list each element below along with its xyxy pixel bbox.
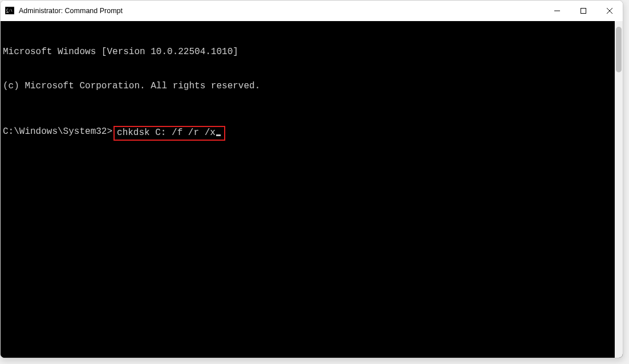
window-controls [544, 1, 623, 21]
terminal-line: (c) Microsoft Corporation. All rights re… [3, 80, 612, 92]
svg-text:C:\: C:\ [6, 8, 13, 12]
window-title: Administrator: Command Prompt [19, 7, 544, 15]
terminal-command: chkdsk C: /f /r /x [117, 128, 216, 138]
minimize-button[interactable] [544, 1, 570, 21]
close-button[interactable] [596, 1, 623, 21]
terminal-line: Microsoft Windows [Version 10.0.22504.10… [3, 46, 612, 58]
titlebar[interactable]: C:\ Administrator: Command Prompt [1, 1, 623, 21]
terminal-output[interactable]: Microsoft Windows [Version 10.0.22504.10… [1, 21, 615, 358]
svg-rect-2 [6, 12, 9, 13]
cmd-icon: C:\ [5, 6, 14, 15]
terminal-area: Microsoft Windows [Version 10.0.22504.10… [1, 21, 623, 358]
terminal-prompt: C:\Windows\System32> [3, 126, 112, 141]
cursor [216, 134, 221, 136]
command-prompt-window: C:\ Administrator: Command Prompt Micros… [0, 0, 623, 358]
scrollbar-thumb[interactable] [616, 27, 622, 72]
terminal-prompt-line: C:\Windows\System32> chkdsk C: /f /r /x [3, 126, 612, 141]
maximize-button[interactable] [570, 1, 596, 21]
svg-rect-4 [581, 9, 586, 14]
vertical-scrollbar[interactable] [615, 21, 623, 358]
highlighted-command: chkdsk C: /f /r /x [113, 126, 225, 141]
